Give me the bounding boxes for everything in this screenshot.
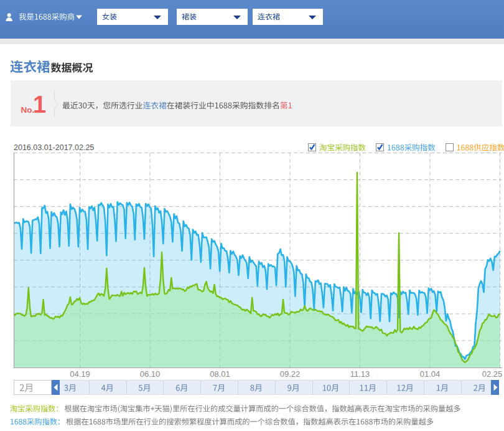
svg-text:11.13: 11.13 [350, 369, 370, 379]
svg-text:02.25: 02.25 [482, 369, 503, 379]
svg-text:1: 1 [33, 92, 46, 118]
svg-text:No.: No. [21, 105, 35, 115]
svg-text:04.19: 04.19 [70, 369, 90, 379]
svg-text:01.04: 01.04 [420, 369, 441, 379]
svg-text:08.01: 08.01 [210, 369, 230, 379]
svg-text:2016.03.01-2017.02.25: 2016.03.01-2017.02.25 [14, 143, 94, 152]
svg-text:06.10: 06.10 [140, 369, 161, 379]
svg-text:09.22: 09.22 [280, 369, 301, 379]
